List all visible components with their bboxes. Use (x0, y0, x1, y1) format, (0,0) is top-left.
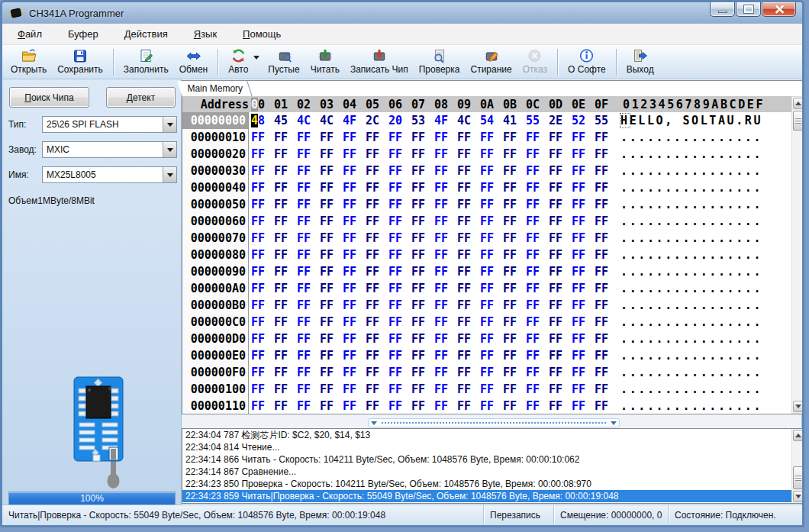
byte-cell[interactable]: 20 (388, 114, 411, 127)
search-chip-button[interactable]: Поиск Чипа (9, 87, 89, 108)
byte-cell[interactable]: FF (251, 181, 274, 195)
log-scroll-up-button[interactable] (793, 430, 804, 441)
byte-cell[interactable]: FF (503, 332, 526, 346)
byte-cell[interactable]: FF (343, 147, 366, 161)
byte-cell[interactable]: 55 (526, 114, 549, 127)
byte-cell[interactable]: FF (503, 248, 526, 262)
scroll-track[interactable] (382, 422, 606, 424)
byte-cell[interactable]: FF (526, 231, 549, 245)
byte-cell[interactable]: FF (526, 399, 549, 413)
menu-помощь[interactable]: Помощь (235, 25, 288, 43)
byte-cell[interactable]: FF (572, 164, 595, 178)
hex-row-00000030[interactable]: 00000030FFFFFFFFFFFFFFFFFFFFFFFFFFFFFFFF… (182, 163, 791, 179)
byte-cell[interactable]: FF (366, 248, 388, 262)
byte-cell[interactable]: FF (388, 181, 411, 195)
byte-cell[interactable]: FF (274, 315, 297, 329)
byte-cell[interactable]: FF (366, 349, 388, 363)
byte-cell[interactable]: 4C (320, 114, 343, 127)
byte-cell[interactable]: FF (503, 382, 526, 396)
byte-cell[interactable]: FF (480, 332, 503, 346)
chip-type-select[interactable]: 25\26 SPI FLASH (42, 116, 177, 133)
title-bar[interactable]: CH341A Programmer (2, 2, 802, 24)
hex-horizontal-scrollbar[interactable] (368, 418, 620, 427)
byte-cell[interactable]: FF (343, 164, 366, 178)
byte-cell[interactable]: FF (526, 349, 549, 363)
byte-cell[interactable]: FF (388, 131, 411, 144)
byte-cell[interactable]: FF (480, 198, 503, 211)
byte-cell[interactable]: FF (411, 282, 434, 295)
byte-cell[interactable]: FF (251, 131, 274, 144)
byte-cell[interactable]: FF (411, 332, 434, 346)
byte-cell[interactable]: 2E (549, 114, 572, 127)
byte-cell[interactable]: 4C (457, 114, 480, 127)
hex-row-00000050[interactable]: 00000050FFFFFFFFFFFFFFFFFFFFFFFFFFFFFFFF… (182, 196, 791, 213)
byte-cell[interactable]: FF (320, 248, 343, 262)
byte-cell[interactable]: FF (434, 248, 457, 262)
hex-row-00000090[interactable]: 00000090FFFFFFFFFFFFFFFFFFFFFFFFFFFFFFFF… (182, 263, 791, 280)
byte-cell[interactable]: FF (297, 399, 320, 413)
byte-cell[interactable]: 54 (480, 114, 503, 127)
byte-cell[interactable]: FF (480, 131, 503, 144)
byte-cell[interactable]: FF (274, 332, 297, 346)
byte-cell[interactable]: FF (366, 131, 388, 144)
byte-cell[interactable]: FF (366, 198, 388, 211)
byte-cell[interactable]: FF (366, 298, 388, 312)
byte-cell[interactable]: FF (343, 214, 366, 228)
byte-cell[interactable]: FF (503, 349, 526, 363)
hex-grid[interactable]: 0000000048454C4C4F2C20534F4C5441552E5255… (182, 112, 791, 414)
byte-cell[interactable]: FF (411, 349, 434, 363)
byte-cell[interactable]: FF (388, 332, 411, 346)
byte-cell[interactable]: FF (297, 164, 320, 178)
byte-cell[interactable]: FF (526, 265, 549, 279)
byte-cell[interactable]: FF (572, 366, 595, 379)
byte-cell[interactable]: FF (297, 265, 320, 279)
byte-cell[interactable]: FF (549, 315, 572, 329)
byte-cell[interactable]: FF (503, 198, 526, 211)
byte-cell[interactable]: FF (434, 181, 457, 195)
scroll-down-button[interactable] (793, 401, 803, 412)
byte-cell[interactable]: FF (343, 282, 366, 295)
byte-cell[interactable]: FF (595, 265, 617, 279)
byte-cell[interactable]: FF (251, 164, 274, 178)
blank-check-button[interactable]: Пустые (263, 46, 305, 79)
chevron-down-icon[interactable] (163, 167, 176, 182)
byte-cell[interactable]: FF (320, 231, 343, 245)
byte-cell[interactable]: FF (320, 265, 343, 279)
byte-cell[interactable]: FF (274, 382, 297, 396)
byte-cell[interactable]: FF (320, 332, 343, 346)
open-button[interactable]: Открыть (5, 46, 52, 79)
byte-cell[interactable]: FF (388, 231, 411, 245)
hex-row-000000F0[interactable]: 000000F0FFFFFFFFFFFFFFFFFFFFFFFFFFFFFFFF… (182, 364, 791, 381)
byte-cell[interactable]: FF (343, 231, 366, 245)
hex-row-00000110[interactable]: 00000110FFFFFFFFFFFFFFFFFFFFFFFFFFFFFFFF… (182, 398, 791, 414)
byte-cell[interactable]: FF (480, 282, 503, 295)
byte-cell[interactable]: FF (526, 248, 549, 262)
byte-cell[interactable]: 48 (251, 114, 274, 127)
byte-cell[interactable]: FF (526, 382, 549, 396)
byte-cell[interactable]: FF (480, 147, 503, 161)
byte-cell[interactable]: FF (343, 349, 366, 363)
byte-cell[interactable]: FF (434, 399, 457, 413)
byte-cell[interactable]: FF (297, 382, 320, 396)
byte-cell[interactable]: FF (388, 298, 411, 312)
byte-cell[interactable]: FF (251, 399, 274, 413)
byte-cell[interactable]: FF (343, 181, 366, 195)
byte-cell[interactable]: FF (411, 315, 434, 329)
byte-cell[interactable]: 2C (366, 114, 388, 127)
byte-cell[interactable]: FF (411, 181, 434, 195)
byte-cell[interactable]: FF (274, 366, 297, 379)
byte-cell[interactable]: FF (366, 332, 388, 346)
byte-cell[interactable]: FF (595, 181, 617, 195)
byte-cell[interactable]: FF (434, 147, 457, 161)
byte-cell[interactable]: FF (366, 315, 388, 329)
byte-cell[interactable]: FF (457, 181, 480, 195)
byte-cell[interactable]: FF (480, 265, 503, 279)
byte-cell[interactable]: FF (503, 147, 526, 161)
byte-cell[interactable]: FF (251, 265, 274, 279)
byte-cell[interactable]: FF (274, 298, 297, 312)
byte-cell[interactable]: FF (503, 214, 526, 228)
byte-cell[interactable]: FF (388, 248, 411, 262)
log-line[interactable]: 22:34:23 850 Проверка - Скорость: 104211… (182, 478, 804, 490)
log-scroll-thumb[interactable] (793, 466, 804, 489)
byte-cell[interactable]: FF (457, 382, 480, 396)
